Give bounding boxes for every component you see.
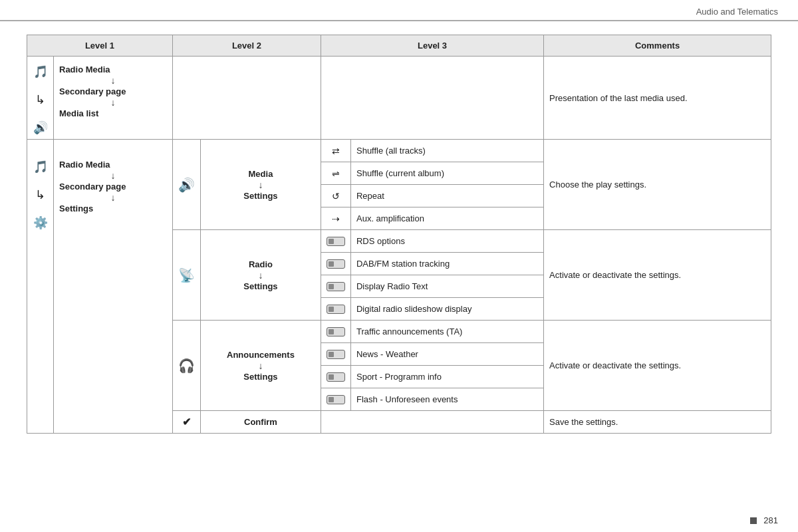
news-icon: [321, 343, 350, 366]
page-wrapper: Level 1 Level 2 Level 3 Comments 🎵 ↳ 🔊 R…: [0, 28, 798, 447]
aux-label: Aux. amplification: [350, 207, 543, 230]
sport-icon: [321, 366, 350, 388]
s1-label1: Radio Media: [59, 65, 167, 74]
s1-comment: Presentation of the last media used.: [544, 57, 771, 140]
table-row-media-s1: 🎵 ↳ ⚙️ Radio Media ↓ Secondary page ↓ Se…: [27, 140, 771, 162]
display-radio-label: Display Radio Text: [350, 275, 543, 298]
traffic-label: Traffic announcements (TA): [350, 321, 543, 343]
s2-icon-col: 🎵 ↳ ⚙️: [27, 140, 54, 434]
page-footer: 281: [750, 515, 778, 525]
radio-settings-icon: 📡: [172, 230, 200, 321]
confirm-level3-empty: [321, 411, 543, 434]
shuffle-album-icon: ⇌: [321, 162, 350, 185]
repeat-icon: ↺: [321, 185, 350, 207]
page-number: 281: [763, 515, 778, 525]
col-level3: Level 3: [321, 35, 543, 57]
confirm-label: Confirm: [200, 411, 321, 434]
confirm-comment: Save the settings.: [544, 411, 771, 434]
col-level2: Level 2: [172, 35, 321, 57]
repeat-label: Repeat: [350, 185, 543, 207]
slideshow-icon: [321, 298, 350, 321]
s1-arrow1: ↓: [59, 76, 167, 85]
announcements-settings-label: Announcements ↓ Settings: [200, 321, 321, 411]
col-level1: Level 1: [27, 35, 173, 57]
dabfm-label: DAB/FM station tracking: [350, 253, 543, 275]
col-comments: Comments: [544, 35, 771, 57]
header-title: Audio and Telematics: [696, 7, 778, 17]
s1-label3: Media list: [59, 108, 167, 118]
s1-icon1: 🎵 ↳ 🔊: [27, 57, 54, 140]
display-radio-icon: [321, 275, 350, 298]
s1-arrow2: ↓: [59, 98, 167, 107]
flash-icon: [321, 388, 350, 411]
news-label: News - Weather: [350, 343, 543, 366]
table-row: 🎵 ↳ 🔊 Radio Media ↓ Secondary page ↓ Med…: [27, 57, 771, 140]
confirm-checkmark: ✔: [172, 411, 200, 434]
radio-settings-label: Radio ↓ Settings: [200, 230, 321, 321]
s1-labels: Radio Media ↓ Secondary page ↓ Media lis…: [54, 57, 173, 140]
s2-labels-col: Radio Media ↓ Secondary page ↓ Settings: [54, 140, 173, 434]
announcements-comment: Activate or deactivate the settings.: [544, 321, 771, 411]
media-settings-comment: Choose the play settings.: [544, 140, 771, 230]
shuffle-all-label: Shuffle (all tracks): [350, 140, 543, 162]
sport-label: Sport - Programm info: [350, 366, 543, 388]
traffic-icon: [321, 321, 350, 343]
shuffle-all-icon: ⇄: [321, 140, 350, 162]
aux-icon: ⇢: [321, 207, 350, 230]
main-table: Level 1 Level 2 Level 3 Comments 🎵 ↳ 🔊 R…: [27, 35, 771, 434]
rds-label: RDS options: [350, 230, 543, 253]
s2-label2: Secondary page: [59, 182, 167, 192]
footer-square-icon: [750, 517, 757, 524]
rds-icon: [321, 230, 350, 253]
s1-level2-empty: [172, 57, 321, 140]
media-settings-label: Media ↓ Settings: [200, 140, 321, 230]
page-header: Audio and Telematics: [0, 0, 798, 21]
s1-level3-empty: [321, 57, 543, 140]
dabfm-icon: [321, 253, 350, 275]
shuffle-album-label: Shuffle (current album): [350, 162, 543, 185]
slideshow-label: Digital radio slideshow display: [350, 298, 543, 321]
radio-settings-comment: Activate or deactivate the settings.: [544, 230, 771, 321]
s2-label1: Radio Media: [59, 160, 167, 170]
flash-label: Flash - Unforeseen events: [350, 388, 543, 411]
announcements-settings-icon: 🎧: [172, 321, 200, 411]
s1-label2: Secondary page: [59, 86, 167, 96]
s2-label3: Settings: [59, 203, 167, 213]
media-settings-icon: 🔊: [172, 140, 200, 230]
